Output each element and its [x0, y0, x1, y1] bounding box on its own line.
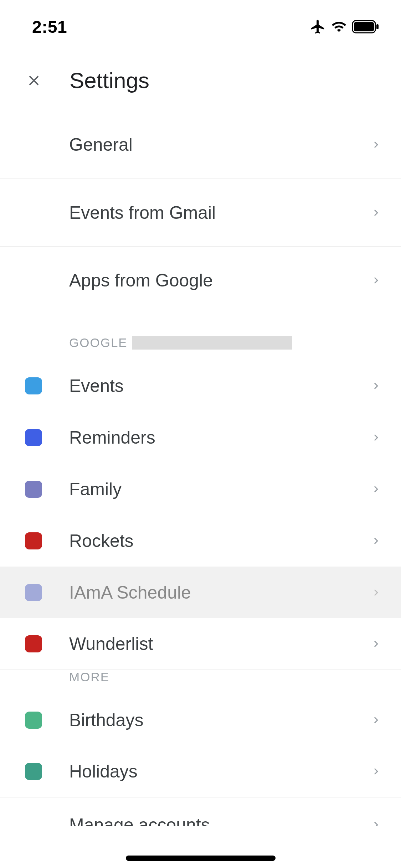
row-general[interactable]: General [0, 111, 401, 179]
svg-rect-1 [354, 22, 374, 31]
calendar-row-iama-schedule[interactable]: IAmA Schedule [0, 567, 401, 618]
calendar-label: Rockets [69, 531, 369, 551]
more-section-header: MORE [0, 670, 401, 694]
calendar-label: Holidays [69, 761, 369, 782]
status-icons [310, 19, 380, 35]
calendar-color-tag [25, 763, 42, 780]
chevron-right-icon [369, 273, 383, 288]
battery-icon [352, 20, 380, 33]
row-events-from-gmail[interactable]: Events from Gmail [0, 179, 401, 247]
chevron-right-icon [369, 713, 383, 727]
section-general: General [0, 111, 401, 179]
account-section-header: GOOGLE [0, 314, 401, 360]
page-title: Settings [70, 68, 149, 93]
chevron-right-icon [369, 637, 383, 651]
calendar-row-rockets[interactable]: Rockets [0, 515, 401, 567]
svg-rect-2 [376, 24, 379, 29]
calendar-label: Wunderlist [69, 634, 369, 654]
row-label: Apps from Google [69, 270, 369, 291]
calendar-label: Reminders [69, 427, 369, 448]
calendar-row-birthdays[interactable]: Birthdays [0, 694, 401, 746]
calendar-color-tag [25, 635, 42, 652]
account-email-redacted [132, 336, 292, 350]
calendar-color-tag [25, 532, 42, 549]
row-label: Events from Gmail [69, 202, 369, 223]
calendar-color-tag [25, 712, 42, 729]
airplane-mode-icon [310, 19, 326, 35]
chevron-right-icon [369, 585, 383, 600]
wifi-icon [331, 19, 347, 35]
chevron-right-icon [369, 534, 383, 548]
header: Settings [0, 46, 401, 111]
calendar-label: Family [69, 479, 369, 500]
chevron-right-icon [369, 138, 383, 152]
close-icon [26, 72, 42, 89]
row-apps-from-google[interactable]: Apps from Google [0, 247, 401, 314]
chevron-right-icon [369, 206, 383, 220]
calendar-color-tag [25, 584, 42, 601]
calendar-color-tag [25, 481, 42, 498]
more-header-text: MORE [69, 670, 109, 684]
calendar-row-events[interactable]: Events [0, 360, 401, 412]
account-header-text: GOOGLE [69, 336, 128, 350]
chevron-right-icon [369, 818, 383, 826]
row-label: General [69, 134, 369, 155]
calendar-row-family[interactable]: Family [0, 463, 401, 515]
manage-accounts-label: Manage accounts [69, 815, 369, 826]
calendar-color-tag [25, 429, 42, 446]
calendar-row-reminders[interactable]: Reminders [0, 412, 401, 463]
calendar-label: IAmA Schedule [69, 582, 369, 603]
row-manage-accounts[interactable]: Manage accounts [0, 797, 401, 826]
calendar-color-tag [25, 377, 42, 394]
close-button[interactable] [25, 72, 43, 89]
status-time: 2:51 [32, 17, 67, 37]
calendar-label: Birthdays [69, 710, 369, 730]
chevron-right-icon [369, 482, 383, 496]
chevron-right-icon [369, 430, 383, 445]
chevron-right-icon [369, 764, 383, 779]
home-indicator [126, 856, 276, 861]
chevron-right-icon [369, 379, 383, 393]
calendar-label: Events [69, 376, 369, 396]
status-bar: 2:51 [0, 0, 401, 46]
calendar-row-wunderlist[interactable]: Wunderlist [0, 618, 401, 670]
calendar-row-holidays[interactable]: Holidays [0, 746, 401, 797]
